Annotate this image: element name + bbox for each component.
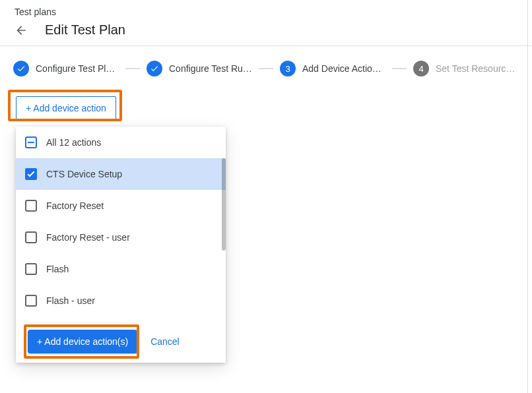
list-item[interactable]: CTS Device Setup	[16, 158, 226, 190]
step-connector	[259, 68, 273, 69]
list-item-label: All 12 actions	[46, 137, 101, 148]
back-arrow-icon[interactable]	[15, 24, 28, 37]
step-connector	[392, 68, 407, 69]
step-configure-test-plan[interactable]: Configure Test Pl…	[13, 61, 119, 76]
scrollbar-thumb[interactable]	[222, 158, 226, 251]
step-connector	[125, 68, 140, 69]
step-add-device-actions[interactable]: 3 Add Device Actio…	[280, 61, 385, 76]
svg-rect-5	[26, 264, 36, 274]
step-number-badge: 4	[413, 61, 429, 76]
svg-rect-3	[26, 200, 36, 211]
title-row: Edit Test Plan	[15, 22, 519, 38]
device-action-dropdown: All 12 actions CTS Device Setup Factory …	[16, 127, 226, 363]
checkbox-unchecked-icon[interactable]	[25, 200, 37, 212]
select-all-actions[interactable]: All 12 actions	[16, 127, 226, 158]
list-item[interactable]: Factory Reset	[16, 190, 226, 222]
step-label: Configure Test Ru…	[169, 63, 252, 74]
checkbox-checked-icon[interactable]	[25, 168, 37, 180]
checkbox-indeterminate-icon[interactable]	[25, 136, 37, 148]
action-list: All 12 actions CTS Device Setup Factory …	[16, 127, 226, 320]
page-title: Edit Test Plan	[45, 22, 125, 38]
checkbox-unchecked-icon[interactable]	[25, 231, 37, 243]
list-item[interactable]: Flash - user	[16, 285, 226, 317]
content-area: + Add device action All 12 actions CTS D…	[0, 91, 532, 120]
svg-rect-6	[26, 295, 36, 306]
svg-rect-4	[26, 232, 36, 243]
page-header: Test plans Edit Test Plan	[0, 0, 532, 46]
check-icon	[13, 61, 29, 76]
step-configure-test-run[interactable]: Configure Test Ru…	[147, 61, 252, 76]
list-item-label: Flash	[46, 264, 69, 274]
svg-rect-1	[28, 142, 34, 143]
panel-footer: + Add device action(s) Cancel	[16, 320, 226, 363]
step-label: Configure Test Pl…	[36, 63, 115, 74]
vertical-divider	[527, 0, 528, 393]
step-label: Set Test Resourc…	[436, 63, 515, 74]
breadcrumb[interactable]: Test plans	[15, 7, 519, 17]
list-item-label: Factory Reset	[46, 200, 104, 211]
cancel-button[interactable]: Cancel	[150, 336, 180, 347]
stepper: Configure Test Pl… Configure Test Ru… 3 …	[0, 46, 532, 91]
step-label: Add Device Actio…	[302, 63, 382, 74]
confirm-add-device-actions-button[interactable]: + Add device action(s)	[28, 330, 137, 353]
checkbox-unchecked-icon[interactable]	[25, 295, 37, 307]
list-item-label: Factory Reset - user	[46, 232, 130, 243]
list-item[interactable]: Flash	[16, 253, 226, 285]
list-item-label: Flash - user	[46, 295, 95, 306]
list-item[interactable]: Factory Reset - user	[16, 222, 226, 253]
check-icon	[147, 61, 162, 76]
add-device-action-button[interactable]: + Add device action	[16, 96, 116, 120]
list-item-label: CTS Device Setup	[46, 169, 122, 179]
step-set-test-resources[interactable]: 4 Set Test Resourc…	[413, 61, 519, 76]
step-number-badge: 3	[280, 61, 296, 76]
checkbox-unchecked-icon[interactable]	[25, 263, 37, 275]
